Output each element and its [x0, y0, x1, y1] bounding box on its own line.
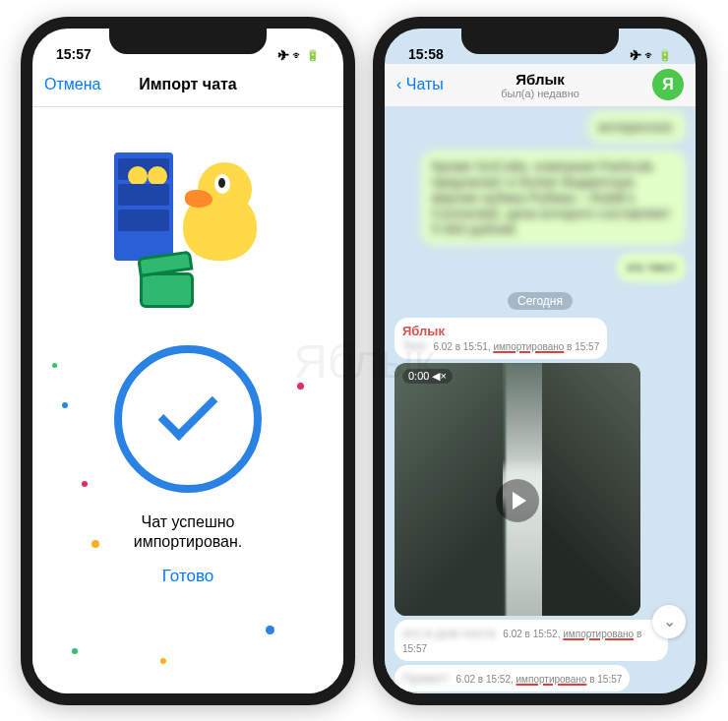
video-message[interactable]: 0:00 ◀× 6.02 в 15:51, импортировано в 15… [394, 363, 640, 616]
msg-outgoing[interactable]: Кроме GoCube, компания Particula предлаг… [421, 150, 686, 245]
status-time: 15:58 [408, 46, 444, 62]
scroll-down-button[interactable]: ⌄ [652, 605, 686, 638]
done-button[interactable]: Готово [162, 567, 214, 586]
navbar: ‹ Чаты Яблык был(а) недавно Я [385, 64, 696, 107]
sender-name: Яблык [402, 324, 599, 338]
confetti [297, 383, 304, 390]
avatar[interactable]: Я [652, 69, 684, 100]
confetti [160, 658, 166, 664]
back-button[interactable]: ‹ Чаты [396, 76, 444, 93]
chat-status: был(а) недавно [501, 88, 579, 99]
video-duration: 0:00 ◀× [402, 369, 453, 384]
confetti [82, 481, 88, 487]
msg-incoming[interactable]: Привет! 6.02 в 15:52, импортировано в 15… [394, 665, 630, 691]
notch [109, 29, 267, 54]
attach-icon[interactable]: 📎 [393, 704, 419, 705]
success-checkmark-icon [114, 345, 262, 493]
blurred-text: Text [402, 338, 426, 353]
day-separator: Сегодня [508, 292, 573, 310]
msg-incoming[interactable]: это в дом поста 6.02 в 15:52, импортиров… [394, 620, 668, 661]
cancel-button[interactable]: Отмена [44, 76, 100, 93]
phone-right: 15:58 ✈ ᯤ 🔋 ‹ Чаты Яблык был(а) недавно … [373, 17, 707, 705]
msg-meta: 6.02 в 15:51, импортировано в 15:57 [433, 341, 599, 352]
confetti [62, 402, 68, 408]
msg-outgoing[interactable]: интересное. [588, 111, 686, 143]
chat-body[interactable]: интересное. Кроме GoCube, компания Parti… [385, 107, 696, 693]
message-input[interactable]: Сообщение ☺ [427, 701, 655, 705]
confetti [72, 648, 78, 654]
blurred-text: Привет! [402, 671, 449, 686]
msg-incoming-header[interactable]: Яблык Text 6.02 в 15:51, импортировано в… [394, 318, 607, 359]
msg-outgoing[interactable]: это текст [617, 253, 686, 282]
status-time: 15:57 [56, 46, 91, 62]
video-thumbnail[interactable]: 0:00 ◀× [394, 363, 640, 616]
confetti [91, 540, 99, 548]
phone-left: 15:57 ✈ ᯤ 🔋 Отмена Импорт чата Чат успеш… [21, 17, 355, 705]
msg-meta: 6.02 в 15:52, импортировано в 15:57 [456, 674, 623, 685]
input-bar: 📎 Сообщение ☺ 🎤 [385, 693, 696, 705]
blurred-text: это в дом поста [402, 626, 496, 640]
status-icons: ✈ ᯤ 🔋 [278, 49, 320, 62]
success-message: Чат успешно импортирован. [134, 512, 243, 554]
notch [461, 29, 619, 54]
status-icons: ✈ ᯤ 🔋 [631, 49, 672, 62]
nav-title: Импорт чата [139, 76, 237, 93]
duck-sticker [114, 152, 262, 300]
import-body: Чат успешно импортирован. Готово [32, 107, 343, 693]
chat-name: Яблык [501, 71, 579, 88]
play-icon[interactable] [496, 479, 539, 522]
confetti [52, 363, 57, 368]
confetti [266, 626, 274, 634]
navbar: Отмена Импорт чата [32, 64, 343, 107]
